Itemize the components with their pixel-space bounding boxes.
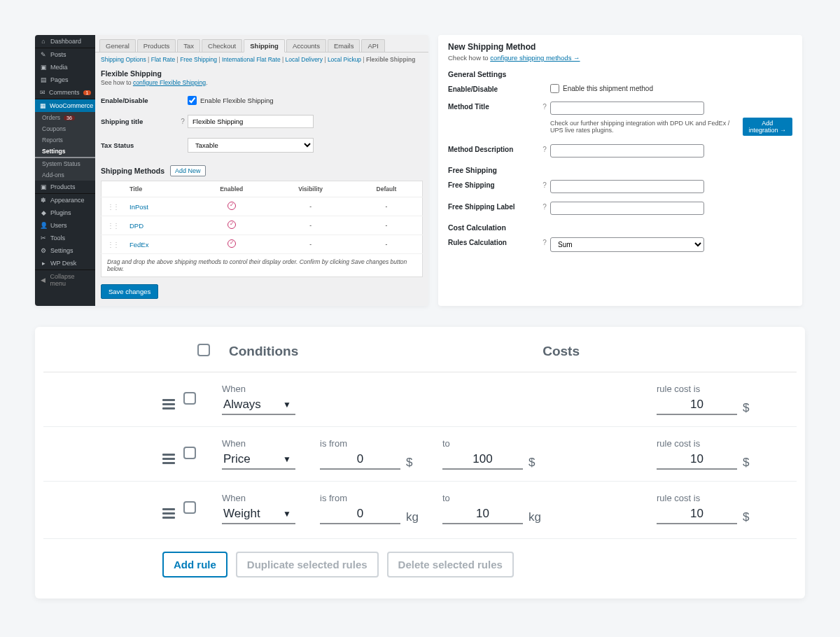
- sidebar-item-comments[interactable]: ✉Comments 1: [35, 86, 95, 99]
- rules-calc-select[interactable]: Sum: [550, 237, 704, 252]
- when-label: When: [222, 384, 320, 394]
- from-input[interactable]: [320, 450, 400, 470]
- sidebar-sub-coupons[interactable]: Coupons: [35, 123, 95, 134]
- sidebar-item-woocommerce[interactable]: ▦WooCommerce: [35, 99, 95, 112]
- crumb-free-shipping[interactable]: Free Shipping: [180, 56, 217, 63]
- help-icon[interactable]: ?: [539, 144, 550, 153]
- help-icon[interactable]: ?: [539, 237, 550, 246]
- method-link-inpost[interactable]: InPost: [130, 203, 148, 211]
- badge: 36: [64, 115, 75, 120]
- to-input[interactable]: [442, 450, 523, 470]
- sidebar-item-appearance[interactable]: ✽Appearance: [35, 194, 95, 206]
- tab-shipping[interactable]: Shipping: [244, 39, 285, 52]
- sidebar-item-wpdesk[interactable]: ▸WP Desk: [35, 257, 95, 270]
- currency-unit: $: [743, 510, 749, 524]
- sidebar-item-plugins[interactable]: ◆Plugins: [35, 206, 95, 219]
- select-all-checkbox[interactable]: [197, 344, 210, 356]
- sidebar-item-users[interactable]: 👤Users: [35, 219, 95, 232]
- configure-link[interactable]: configure Flexible Shipping: [133, 79, 206, 86]
- cart-icon: ▦: [40, 102, 46, 109]
- enabled-toggle[interactable]: [227, 202, 236, 210]
- currency-unit: $: [406, 456, 412, 470]
- cost-label: rule cost is: [657, 384, 737, 394]
- row-checkbox[interactable]: [183, 447, 196, 459]
- help-icon[interactable]: ?: [539, 202, 550, 211]
- page-title: Flexible Shipping: [101, 69, 423, 78]
- cost-input[interactable]: [657, 450, 737, 470]
- cost-input[interactable]: [657, 396, 737, 415]
- sidebar-sub-addons[interactable]: Add-ons: [35, 169, 95, 181]
- sidebar-sub-reports[interactable]: Reports: [35, 134, 95, 146]
- shipping-title-input[interactable]: [188, 115, 314, 128]
- sidebar-item-media[interactable]: ▣Media: [35, 61, 95, 74]
- tab-accounts[interactable]: Accounts: [286, 39, 326, 52]
- drag-handle-icon[interactable]: ⋮⋮: [107, 241, 118, 248]
- method-link-dpd[interactable]: DPD: [130, 222, 144, 230]
- enable-method-checkbox[interactable]: Enable this shipment method: [550, 84, 792, 93]
- drag-handle-icon[interactable]: [162, 454, 175, 464]
- row-checkbox[interactable]: [183, 501, 196, 514]
- rules-calc-label: Rules Calculation: [448, 237, 539, 246]
- table-row: ⋮⋮ DPD - -: [102, 216, 423, 235]
- when-select[interactable]: Price▼: [222, 450, 295, 470]
- to-label: to: [442, 438, 523, 449]
- enabled-toggle[interactable]: [227, 239, 236, 248]
- help-icon[interactable]: ?: [539, 102, 550, 111]
- tab-api[interactable]: API: [361, 39, 384, 52]
- delete-rules-button[interactable]: Delete selected rules: [387, 552, 514, 578]
- tab-checkout[interactable]: Checkout: [202, 39, 242, 52]
- crumb-shipping-options[interactable]: Shipping Options: [101, 56, 146, 63]
- sidebar-collapse[interactable]: ◀Collapse menu: [35, 270, 95, 290]
- duplicate-rules-button[interactable]: Duplicate selected rules: [236, 552, 379, 578]
- when-select[interactable]: Weight▼: [222, 505, 295, 524]
- sidebar-item-posts[interactable]: ✎Posts: [35, 48, 95, 61]
- tax-status-select[interactable]: Taxable: [188, 138, 314, 153]
- method-link-fedex[interactable]: FedEx: [130, 241, 148, 248]
- tab-tax[interactable]: Tax: [177, 39, 200, 52]
- tab-general[interactable]: General: [99, 39, 136, 52]
- enabled-toggle[interactable]: [227, 220, 236, 229]
- method-desc-input[interactable]: [550, 144, 704, 158]
- drag-handle-icon[interactable]: [162, 508, 175, 519]
- sidebar-sub-orders[interactable]: Orders 36: [35, 112, 95, 123]
- add-rule-button[interactable]: Add rule: [162, 552, 227, 578]
- drag-handle-icon[interactable]: [162, 399, 175, 410]
- sidebar-item-dashboard[interactable]: ⌂Dashboard: [35, 35, 95, 48]
- crumb-intl-flat[interactable]: International Flat Rate: [222, 56, 281, 63]
- row-checkbox[interactable]: [183, 392, 196, 405]
- drag-handle-icon[interactable]: ⋮⋮: [107, 222, 118, 230]
- help-icon[interactable]: ?: [539, 180, 550, 189]
- drag-handle-icon[interactable]: ⋮⋮: [107, 203, 118, 211]
- help-icon[interactable]: ?: [178, 118, 188, 125]
- sidebar-item-products[interactable]: ▣Products: [35, 181, 95, 193]
- cost-label: rule cost is: [657, 438, 737, 449]
- when-select[interactable]: Always▼: [222, 396, 295, 415]
- products-icon: ▣: [40, 183, 47, 190]
- add-new-button[interactable]: Add New: [170, 165, 206, 176]
- tab-emails[interactable]: Emails: [328, 39, 360, 52]
- enable-checkbox[interactable]: Enable Flexible Shipping: [188, 96, 274, 105]
- crumb-local-delivery[interactable]: Local Delivery: [286, 56, 323, 63]
- save-changes-button[interactable]: Save changes: [101, 284, 158, 299]
- from-input[interactable]: [320, 505, 400, 524]
- media-icon: ▣: [40, 64, 47, 71]
- add-integration-button[interactable]: Add integration →: [743, 118, 792, 136]
- cost-input[interactable]: [657, 505, 737, 524]
- method-title-input[interactable]: [550, 102, 704, 115]
- free-label-input[interactable]: [550, 202, 704, 215]
- configure-methods-link[interactable]: configure shipping methods →: [490, 54, 580, 62]
- plug-icon: ◆: [40, 209, 47, 216]
- col-title: Title: [124, 181, 192, 197]
- free-heading: Free Shipping: [448, 166, 792, 174]
- breadcrumb: Shipping Options | Flat Rate | Free Ship…: [95, 52, 428, 66]
- sidebar-sub-system-status[interactable]: System Status: [35, 158, 95, 169]
- sidebar-item-settings[interactable]: ⚙Settings: [35, 244, 95, 257]
- sidebar-item-tools[interactable]: ✂Tools: [35, 232, 95, 244]
- crumb-flat-rate[interactable]: Flat Rate: [151, 56, 176, 63]
- sidebar-item-pages[interactable]: ▤Pages: [35, 74, 95, 86]
- crumb-local-pickup[interactable]: Local Pickup: [328, 56, 361, 63]
- from-label: is from: [320, 493, 400, 503]
- tab-products[interactable]: Products: [137, 39, 176, 52]
- free-shipping-input[interactable]: [550, 180, 704, 193]
- to-input[interactable]: [442, 505, 523, 524]
